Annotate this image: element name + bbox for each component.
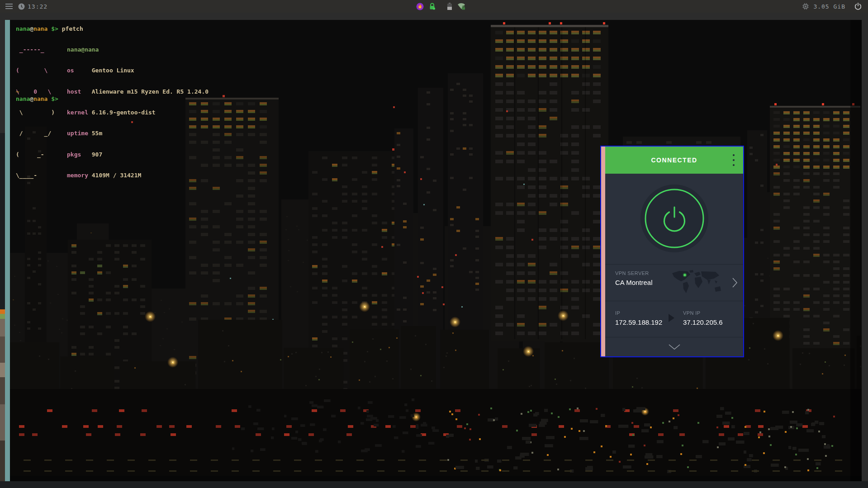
prompt-user: nana — [16, 95, 30, 102]
vpn-lock-icon[interactable] — [429, 3, 436, 10]
window-indicator-strip — [601, 147, 605, 356]
vpn-server-label: VPN SERVER — [615, 270, 649, 276]
ip-arrow-icon — [669, 314, 674, 322]
vpn-header: CONNECTED — [605, 147, 743, 174]
chevron-right-icon — [732, 277, 738, 290]
prompt-host: nana — [33, 95, 47, 102]
battery-icon[interactable] — [447, 3, 452, 10]
info-row: hostAlienware m15 Ryzen Ed. R5 1.24.0 — [67, 88, 209, 95]
vpn-ip-value: 37.120.205.6 — [683, 318, 723, 326]
clock-time: 13:22 — [28, 3, 47, 10]
art-line: _-----_ — [16, 46, 55, 53]
prompt-line: nana@nana $> pfetch — [16, 25, 83, 32]
ip-value: 172.59.188.192 — [615, 318, 662, 326]
info-value: Gentoo Linux — [92, 67, 134, 74]
info-row: kernel6.16.9-gentoo-dist — [67, 109, 209, 116]
desktop: 13:22 — [0, 0, 868, 488]
info-label: pkgs — [67, 151, 92, 158]
desktop-bottom-strip — [0, 481, 868, 488]
vpn-power-section — [605, 174, 743, 265]
pfetch-ascii-art: _-----_ ( \ \ 0 \ \ ) / _/ ( _- \____- — [16, 32, 55, 193]
art-line: \ ) — [16, 109, 55, 116]
command-text: pfetch — [62, 25, 83, 32]
info-value: 55m — [92, 130, 102, 137]
info-value: 907 — [92, 151, 102, 158]
prompt-symbol: $> — [51, 25, 58, 32]
art-line: / _/ — [16, 130, 55, 137]
pfetch-info: nana@nana osGentoo Linux hostAlienware m… — [67, 32, 209, 193]
status-bar: 13:22 — [0, 0, 868, 13]
pfetch-title: nana@nana — [67, 46, 99, 53]
prompt-symbol: $> — [51, 95, 58, 102]
ip-label: IP — [615, 310, 620, 316]
world-map — [669, 269, 726, 298]
prompt-line[interactable]: nana@nana $> — [16, 95, 58, 102]
art-line: \ 0 \ — [16, 88, 55, 95]
info-label: uptime — [67, 130, 92, 137]
info-value: 6.16.9-gentoo-dist — [92, 109, 156, 116]
wallpaper-gap-slice — [0, 20, 5, 481]
info-value: 4109M / 31421M — [92, 172, 142, 179]
vpn-client-window: CONNECTED VPN SERVER CA Montreal — [600, 146, 744, 357]
clock-icon — [18, 3, 25, 10]
info-row: osGentoo Linux — [67, 67, 209, 74]
memory-usage: 3.05 GiB — [813, 3, 845, 10]
info-row: memory4109M / 31421M — [67, 172, 209, 179]
prompt-at: @ — [30, 25, 33, 32]
info-label: host — [67, 88, 92, 95]
info-value: Alienware m15 Ryzen Ed. R5 1.24.0 — [92, 88, 209, 95]
vpn-ip-section: IP 172.59.188.192 VPN IP 37.120.205.6 — [605, 301, 743, 337]
prompt-at: @ — [30, 95, 33, 102]
wifi-secured-icon[interactable] — [457, 3, 466, 10]
art-line: ( _- — [16, 151, 55, 158]
prompt-host: nana — [33, 25, 47, 32]
flame-app-icon[interactable] — [416, 3, 424, 10]
info-label: kernel — [67, 109, 92, 116]
info-row: uptime55m — [67, 130, 209, 137]
info-label: os — [67, 67, 92, 74]
cwd-line: ~ — [16, 88, 19, 95]
info-label: memory — [67, 172, 92, 179]
power-icon[interactable] — [854, 3, 862, 10]
chip-icon — [802, 3, 809, 9]
vpn-server-row[interactable]: VPN SERVER CA Montreal — [605, 265, 743, 301]
kebab-menu-icon[interactable] — [730, 154, 737, 166]
art-line: \____- — [16, 172, 55, 179]
vpn-server-value: CA Montreal — [615, 279, 653, 286]
info-row: pkgs907 — [67, 151, 209, 158]
hamburger-icon[interactable] — [5, 4, 13, 9]
vpn-expand-button[interactable] — [605, 337, 743, 356]
art-line: ( \ — [16, 67, 55, 74]
vpn-ip-label: VPN IP — [683, 310, 700, 316]
prompt-user: nana — [16, 25, 30, 32]
vpn-status-text: CONNECTED — [651, 156, 697, 164]
vpn-disconnect-button[interactable] — [640, 185, 708, 252]
